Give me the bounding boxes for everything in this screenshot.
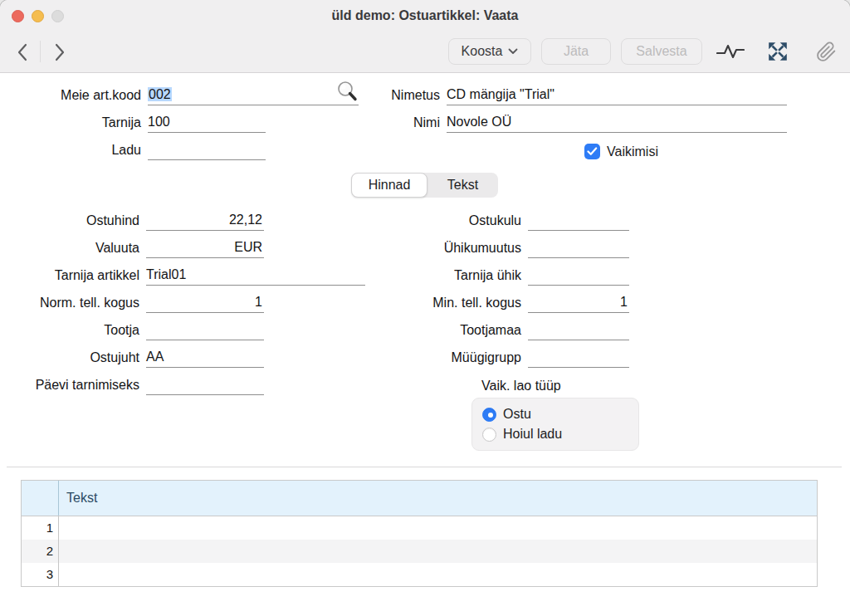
- field-ostukulu: Ostukulu: [330, 209, 629, 231]
- min-tell-kogus-input[interactable]: 1: [528, 292, 629, 313]
- window-chrome: üld demo: Ostuartikkel: Vaata Koosta Jät…: [0, 0, 850, 73]
- matrix-header-tekst: Tekst: [59, 481, 817, 516]
- vaik-lao-tuup-group: Ostu Hoiul ladu: [471, 398, 639, 451]
- row-tekst-cell[interactable]: [59, 516, 817, 540]
- radio-option-ostu[interactable]: Ostu: [482, 405, 628, 423]
- table-row: 1: [22, 516, 817, 540]
- field-muugigrupp: Müügigrupp: [330, 346, 629, 368]
- field-tootja: Tootja: [0, 319, 264, 340]
- tarnija-label: Tarnija: [0, 113, 148, 133]
- field-tarnija-uhik: Tarnija ühik: [330, 264, 629, 286]
- forward-button[interactable]: [45, 38, 75, 66]
- field-tarnija: Tarnija 100: [0, 111, 266, 133]
- zoom-window-button[interactable]: [51, 10, 64, 22]
- toolbar: Koosta Jäta Salvesta: [0, 32, 850, 73]
- ostuhind-label: Ostuhind: [0, 211, 146, 231]
- norm-tell-kogus-input[interactable]: 1: [146, 292, 264, 313]
- titlebar[interactable]: üld demo: Ostuartikkel: Vaata: [0, 0, 850, 32]
- tootja-label: Tootja: [0, 320, 146, 340]
- window-title: üld demo: Ostuartikkel: Vaata: [332, 8, 519, 23]
- tab-tekst[interactable]: Tekst: [427, 173, 498, 198]
- row-number[interactable]: 3: [22, 563, 59, 586]
- jata-button-label: Jäta: [564, 44, 589, 59]
- valuuta-label: Valuuta: [0, 238, 146, 258]
- expand-icon[interactable]: [765, 38, 790, 65]
- ostujuht-label: Ostujuht: [0, 348, 146, 368]
- tarnija-uhik-input[interactable]: [528, 265, 629, 286]
- tootja-input[interactable]: [146, 320, 264, 340]
- app-window: üld demo: Ostuartikkel: Vaata Koosta Jät…: [0, 0, 850, 616]
- field-min-tell-kogus: Min. tell. kogus 1: [330, 291, 629, 313]
- tootjamaa-input[interactable]: [528, 320, 629, 340]
- tab-hinnad[interactable]: Hinnad: [351, 173, 427, 198]
- field-nimi: Nimi Novole OÜ: [299, 111, 787, 133]
- vaikimisi-checkbox-row: Vaikimisi: [584, 144, 658, 159]
- selected-text: 002: [148, 87, 172, 101]
- radio-ostu-label: Ostu: [503, 407, 531, 422]
- nimetus-input[interactable]: CD mängija "Trial": [447, 85, 787, 105]
- koosta-button-label: Koosta: [462, 44, 503, 59]
- field-norm-tell-kogus: Norm. tell. kogus 1: [0, 291, 264, 313]
- row-tekst-cell[interactable]: [59, 563, 817, 586]
- nav-divider: [40, 41, 41, 62]
- ostukulu-input[interactable]: [528, 210, 629, 231]
- uhikumuutus-input[interactable]: [528, 237, 629, 258]
- traffic-lights: [12, 0, 64, 32]
- field-tarnija-artikkel: Tarnija artikkel Trial01: [0, 264, 365, 286]
- chevron-right-icon: [53, 42, 66, 62]
- matrix-corner-cell: [22, 481, 59, 516]
- close-button[interactable]: [12, 10, 24, 22]
- salvesta-button-label: Salvesta: [636, 44, 686, 59]
- muugigrupp-label: Müügigrupp: [330, 348, 528, 368]
- tarnija-uhik-label: Tarnija ühik: [330, 266, 528, 286]
- field-tootjamaa: Tootjamaa: [330, 319, 629, 340]
- vaik-lao-tuup-label: Vaik. lao tüüp: [481, 379, 561, 394]
- salvesta-button: Salvesta: [621, 38, 702, 65]
- row-number[interactable]: 1: [22, 516, 59, 540]
- ladu-label: Ladu: [0, 140, 148, 160]
- ladu-input[interactable]: [148, 139, 266, 160]
- paevi-tarnimiseks-label: Päevi tarnimiseks: [0, 375, 146, 395]
- ostukulu-label: Ostukulu: [330, 211, 528, 231]
- field-ostujuht: Ostujuht AA: [0, 346, 264, 368]
- paperclip-icon[interactable]: [813, 38, 838, 65]
- nimi-input[interactable]: Novole OÜ: [447, 112, 787, 133]
- paevi-tarnimiseks-input[interactable]: [146, 374, 264, 395]
- field-uhikumuutus: Ühikumuutus: [330, 237, 629, 258]
- vaikimisi-checkbox[interactable]: [584, 144, 600, 159]
- tab-bar: Hinnad Tekst: [351, 173, 498, 198]
- field-nimetus: Nimetus CD mängija "Trial": [299, 84, 787, 105]
- radio-icon-selected: [482, 408, 496, 422]
- uhikumuutus-label: Ühikumuutus: [330, 238, 528, 258]
- chevron-left-icon: [16, 42, 29, 62]
- field-paevi-tarnimiseks: Päevi tarnimiseks: [0, 374, 264, 395]
- minimize-button[interactable]: [32, 10, 44, 22]
- field-ostuhind: Ostuhind 22,12: [0, 209, 264, 231]
- ostujuht-input[interactable]: AA: [146, 347, 264, 368]
- tekst-matrix: Tekst 1 2 3: [21, 480, 818, 587]
- tarnija-input[interactable]: 100: [148, 112, 266, 133]
- radio-option-hoiul-ladu[interactable]: Hoiul ladu: [482, 425, 628, 443]
- matrix-header-row: Tekst: [22, 481, 817, 516]
- ostuhind-input[interactable]: 22,12: [146, 210, 264, 231]
- norm-tell-kogus-label: Norm. tell. kogus: [0, 293, 146, 313]
- row-tekst-cell[interactable]: [59, 540, 817, 563]
- nimetus-label: Nimetus: [299, 86, 447, 105]
- muugigrupp-input[interactable]: [528, 347, 629, 368]
- radio-hoiul-ladu-label: Hoiul ladu: [503, 427, 562, 442]
- chevron-down-icon: [508, 48, 518, 55]
- vaikimisi-label: Vaikimisi: [607, 144, 658, 159]
- tarnija-artikkel-label: Tarnija artikkel: [0, 266, 146, 286]
- activity-icon[interactable]: [716, 38, 745, 65]
- valuuta-input[interactable]: EUR: [146, 237, 264, 258]
- table-row: 3: [22, 563, 817, 586]
- table-row: 2: [22, 540, 817, 563]
- field-ladu: Ladu: [0, 139, 266, 160]
- back-button[interactable]: [7, 38, 37, 66]
- check-icon: [587, 147, 598, 156]
- tootjamaa-label: Tootjamaa: [330, 320, 528, 340]
- row-number[interactable]: 2: [22, 540, 59, 563]
- koosta-button[interactable]: Koosta: [448, 38, 531, 65]
- nimi-label: Nimi: [299, 113, 447, 133]
- jata-button: Jäta: [541, 38, 611, 65]
